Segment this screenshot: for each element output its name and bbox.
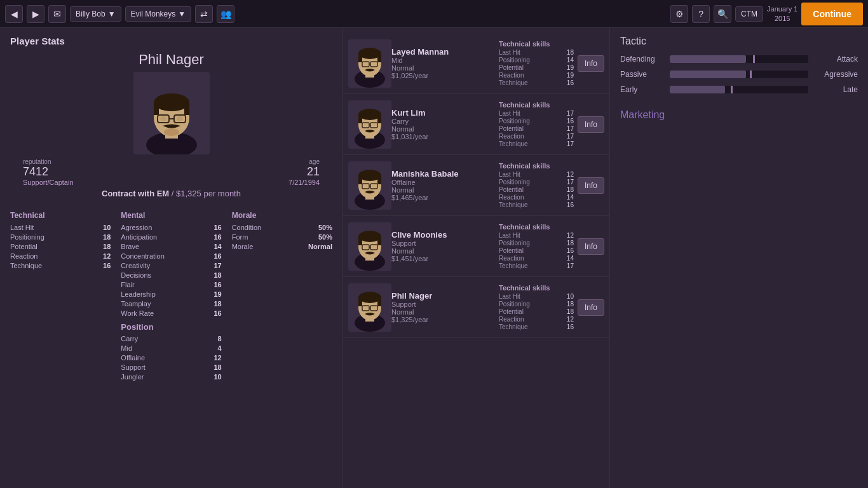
tactic-defending-row: Defending Attack: [620, 55, 858, 64]
contract-text: Contract with EM: [102, 189, 169, 198]
player-title: Support/Captain: [23, 179, 74, 186]
tech-stat-value: 18: [567, 308, 574, 315]
roster-avatar: [348, 39, 391, 88]
age-value: 21: [288, 165, 320, 179]
mental-stat-row: Teamplay18: [121, 300, 221, 308]
svg-rect-49: [377, 236, 381, 245]
roster-tech-row: Last Hit 12: [499, 171, 574, 178]
mail-button[interactable]: ✉: [48, 5, 66, 23]
ctm-button[interactable]: CTM: [735, 6, 763, 22]
stat-value: Normal: [308, 243, 332, 250]
tech-stat-name: Last Hit: [499, 110, 520, 117]
mental-stat-row: Flair16: [121, 281, 221, 288]
stat-name: Work Rate: [121, 309, 154, 317]
stat-value: 50%: [318, 224, 332, 231]
position-block: Position Carry8Mid4Offlaine12Support18Ju…: [121, 322, 221, 381]
forward-button[interactable]: ▶: [27, 5, 44, 23]
tech-stat-value: 19: [567, 64, 574, 71]
stat-name: Form: [232, 233, 248, 241]
stat-name: Creativity: [121, 262, 150, 269]
stat-value: 16: [214, 309, 221, 317]
tactic-passive-row: Passive Agressive: [620, 70, 858, 79]
roster-info-button[interactable]: Info: [578, 177, 604, 194]
pos-name: Offlaine: [121, 354, 145, 362]
mental-stat-row: Decisions18: [121, 271, 221, 279]
pos-value: 10: [214, 373, 221, 381]
tech-stat-name: Positioning: [499, 301, 530, 308]
technical-col: Technical Last Hit10Positioning18Potenti…: [10, 211, 111, 383]
pos-name: Jungler: [121, 373, 144, 381]
stat-value: 16: [103, 262, 111, 269]
transfer-icon: ⇄: [200, 9, 208, 19]
main-content: Player Stats Phil Nager: [0, 28, 868, 488]
roster-tech-row: Last Hit 18: [499, 49, 574, 56]
early-label: Early: [620, 85, 665, 94]
continue-button[interactable]: Continue: [801, 3, 863, 25]
transfer-button[interactable]: ⇄: [195, 5, 213, 23]
roster-tech-row: Last Hit 10: [499, 293, 574, 300]
back-button[interactable]: ◀: [5, 5, 23, 23]
stat-name: Leadership: [121, 290, 155, 298]
roster-info-button[interactable]: Info: [578, 238, 604, 255]
stat-name: Technique: [10, 262, 42, 269]
tech-stat-value: 18: [567, 240, 574, 247]
tech-stat-value: 18: [567, 49, 574, 56]
defending-bar[interactable]: [670, 55, 808, 63]
group-icon: 👥: [220, 9, 231, 19]
passive-bar[interactable]: [670, 71, 808, 78]
roster-tech-row: Positioning 17: [499, 179, 574, 186]
svg-point-4: [154, 93, 189, 111]
roster-info-button[interactable]: Info: [578, 116, 604, 133]
roster-tech-row: Potential 17: [499, 125, 574, 132]
user-dropdown[interactable]: Billy Bob ▼: [70, 6, 121, 22]
position-stat-row: Jungler10: [121, 373, 221, 381]
team-dropdown[interactable]: Evil Monkeys ▼: [125, 6, 192, 22]
stat-name: Potential: [10, 243, 37, 250]
roster-tech-header: Technical skills: [499, 223, 574, 231]
morale-stats-list: Condition50%Form50%MoraleNormal: [232, 224, 332, 250]
defending-label: Defending: [620, 55, 665, 64]
roster-tech-stats: Technical skills Last Hit 18 Positioning…: [495, 40, 578, 87]
reputation-label: reputation: [23, 158, 74, 165]
early-bar-fill: [670, 86, 725, 93]
roster-player-mood: Normal: [391, 64, 495, 72]
help-button[interactable]: ?: [692, 5, 710, 23]
tech-stat-value: 16: [567, 118, 574, 125]
search-button[interactable]: 🔍: [714, 5, 731, 23]
roster-player-mood: Normal: [391, 247, 495, 255]
stat-name: Morale: [232, 243, 254, 250]
roster-info-button[interactable]: Info: [578, 55, 604, 72]
roster-item: Phil Nager Support Normal $1,325/year Te…: [343, 277, 609, 338]
roster-avatar: [348, 161, 391, 210]
player-main-info: Phil Nager: [10, 51, 332, 206]
passive-bar-marker: [750, 71, 752, 78]
roster-player-mood: Normal: [391, 308, 495, 316]
early-bar[interactable]: [670, 86, 808, 93]
tech-stat-value: 16: [567, 247, 574, 254]
group-button[interactable]: 👥: [217, 5, 234, 23]
tech-stat-name: Technique: [499, 79, 528, 86]
pos-name: Support: [121, 363, 146, 371]
stat-value: 18: [103, 233, 111, 241]
tech-stat-value: 12: [567, 316, 574, 323]
tech-stat-name: Last Hit: [499, 293, 520, 300]
stat-value: 16: [214, 224, 221, 231]
roster-list: Layed Mannan Mid Normal $1,025/year Tech…: [343, 33, 609, 338]
position-stat-row: Carry8: [121, 335, 221, 342]
stat-name: Decisions: [121, 271, 151, 279]
svg-rect-5: [154, 102, 159, 115]
settings-button[interactable]: ⚙: [670, 5, 688, 23]
roster-info-button[interactable]: Info: [578, 299, 604, 316]
tech-stat-name: Technique: [499, 201, 528, 208]
ctm-label: CTM: [741, 10, 757, 18]
stat-name: Reaction: [10, 252, 37, 260]
technical-stat-row: Last Hit10: [10, 224, 111, 231]
reputation-value: 7412: [23, 165, 74, 179]
roster-avatar: [348, 222, 391, 271]
tech-stat-name: Potential: [499, 308, 524, 315]
mental-stat-row: Anticipation16: [121, 233, 221, 241]
stat-value: 18: [103, 243, 111, 250]
roster-player-position: Mid: [391, 57, 495, 64]
mail-icon: ✉: [53, 9, 61, 19]
roster-tech-stats: Technical skills Last Hit 12 Positioning…: [495, 223, 578, 270]
